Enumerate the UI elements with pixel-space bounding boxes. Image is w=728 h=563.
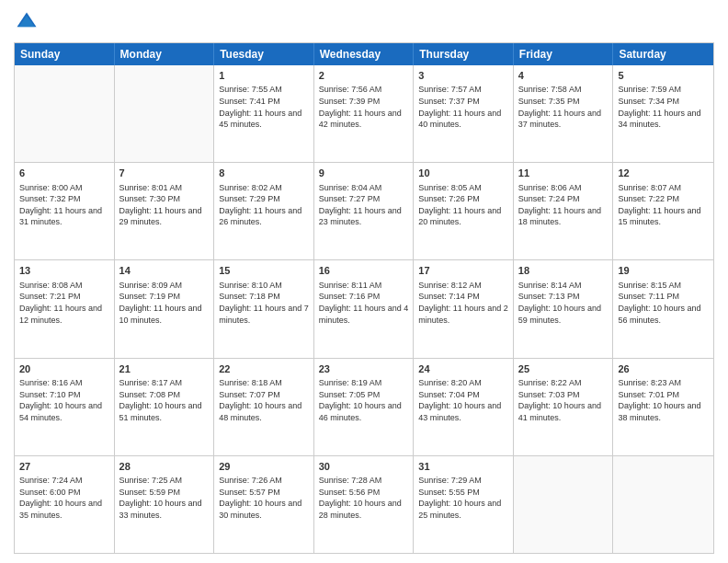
- day-info: Sunrise: 8:10 AM Sunset: 7:18 PM Dayligh…: [219, 280, 309, 326]
- day-info: Sunrise: 8:22 AM Sunset: 7:03 PM Dayligh…: [518, 377, 609, 423]
- day-number: 10: [418, 167, 508, 180]
- calendar-cell: 27Sunrise: 7:24 AM Sunset: 6:00 PM Dayli…: [15, 456, 115, 553]
- day-info: Sunrise: 8:08 AM Sunset: 7:21 PM Dayligh…: [19, 280, 109, 326]
- day-number: 5: [618, 69, 709, 83]
- day-info: Sunrise: 8:14 AM Sunset: 7:13 PM Dayligh…: [518, 280, 609, 326]
- calendar-cell: 26Sunrise: 8:23 AM Sunset: 7:01 PM Dayli…: [613, 359, 713, 455]
- day-info: Sunrise: 7:28 AM Sunset: 5:56 PM Dayligh…: [319, 475, 409, 521]
- day-number: 27: [19, 460, 109, 474]
- calendar-cell: 5Sunrise: 7:59 AM Sunset: 7:34 PM Daylig…: [613, 65, 713, 162]
- day-number: 23: [319, 362, 409, 376]
- calendar: SundayMondayTuesdayWednesdayThursdayFrid…: [14, 42, 714, 554]
- calendar-cell: 17Sunrise: 8:12 AM Sunset: 7:14 PM Dayli…: [414, 260, 514, 357]
- day-number: 28: [119, 460, 210, 474]
- header-day-friday: Friday: [514, 43, 614, 65]
- day-number: 12: [618, 167, 709, 180]
- calendar-cell: 29Sunrise: 7:26 AM Sunset: 5:57 PM Dayli…: [214, 456, 314, 553]
- calendar-cell: 18Sunrise: 8:14 AM Sunset: 7:13 PM Dayli…: [514, 260, 614, 357]
- day-number: 24: [418, 362, 508, 376]
- day-info: Sunrise: 7:29 AM Sunset: 5:55 PM Dayligh…: [418, 475, 508, 521]
- day-info: Sunrise: 8:12 AM Sunset: 7:14 PM Dayligh…: [418, 280, 508, 326]
- logo: [14, 9, 43, 35]
- calendar-cell: [514, 456, 614, 553]
- day-number: 30: [319, 460, 409, 474]
- calendar-cell: 15Sunrise: 8:10 AM Sunset: 7:18 PM Dayli…: [214, 260, 314, 357]
- calendar-cell: 25Sunrise: 8:22 AM Sunset: 7:03 PM Dayli…: [514, 359, 614, 455]
- day-number: 8: [219, 167, 309, 180]
- calendar-body: 1Sunrise: 7:55 AM Sunset: 7:41 PM Daylig…: [15, 65, 713, 553]
- calendar-cell: 1Sunrise: 7:55 AM Sunset: 7:41 PM Daylig…: [214, 65, 314, 162]
- calendar-cell: 21Sunrise: 8:17 AM Sunset: 7:08 PM Dayli…: [115, 359, 215, 455]
- day-info: Sunrise: 7:24 AM Sunset: 6:00 PM Dayligh…: [19, 475, 109, 521]
- calendar-cell: [613, 456, 713, 553]
- day-number: 1: [219, 69, 309, 83]
- day-number: 22: [219, 362, 309, 376]
- day-number: 17: [418, 264, 508, 278]
- day-info: Sunrise: 8:23 AM Sunset: 7:01 PM Dayligh…: [618, 377, 709, 423]
- day-info: Sunrise: 7:25 AM Sunset: 5:59 PM Dayligh…: [119, 475, 210, 521]
- calendar-row-4: 27Sunrise: 7:24 AM Sunset: 6:00 PM Dayli…: [15, 455, 713, 553]
- day-info: Sunrise: 8:18 AM Sunset: 7:07 PM Dayligh…: [219, 377, 309, 423]
- calendar-cell: 28Sunrise: 7:25 AM Sunset: 5:59 PM Dayli…: [115, 456, 215, 553]
- calendar-cell: 12Sunrise: 8:07 AM Sunset: 7:22 PM Dayli…: [613, 163, 713, 259]
- calendar-cell: 20Sunrise: 8:16 AM Sunset: 7:10 PM Dayli…: [15, 359, 115, 455]
- calendar-cell: 3Sunrise: 7:57 AM Sunset: 7:37 PM Daylig…: [414, 65, 514, 162]
- day-number: 11: [518, 167, 609, 180]
- day-number: 20: [19, 362, 109, 376]
- logo-icon: [14, 9, 40, 35]
- calendar-row-1: 6Sunrise: 8:00 AM Sunset: 7:32 PM Daylig…: [15, 162, 713, 259]
- header-day-sunday: Sunday: [15, 43, 115, 65]
- calendar-cell: 2Sunrise: 7:56 AM Sunset: 7:39 PM Daylig…: [314, 65, 415, 162]
- day-number: 14: [119, 264, 210, 278]
- day-info: Sunrise: 8:00 AM Sunset: 7:32 PM Dayligh…: [19, 182, 109, 228]
- day-info: Sunrise: 8:17 AM Sunset: 7:08 PM Dayligh…: [119, 377, 210, 423]
- day-info: Sunrise: 8:16 AM Sunset: 7:10 PM Dayligh…: [19, 377, 109, 423]
- day-info: Sunrise: 8:06 AM Sunset: 7:24 PM Dayligh…: [518, 182, 609, 228]
- day-info: Sunrise: 7:59 AM Sunset: 7:34 PM Dayligh…: [618, 84, 709, 130]
- day-info: Sunrise: 7:55 AM Sunset: 7:41 PM Dayligh…: [219, 84, 309, 130]
- day-number: 19: [618, 264, 709, 278]
- day-number: 16: [319, 264, 409, 278]
- day-info: Sunrise: 8:02 AM Sunset: 7:29 PM Dayligh…: [219, 182, 309, 228]
- day-number: 25: [518, 362, 609, 376]
- day-number: 18: [518, 264, 609, 278]
- calendar-cell: 22Sunrise: 8:18 AM Sunset: 7:07 PM Dayli…: [214, 359, 314, 455]
- day-info: Sunrise: 8:11 AM Sunset: 7:16 PM Dayligh…: [319, 280, 409, 326]
- day-info: Sunrise: 7:57 AM Sunset: 7:37 PM Dayligh…: [418, 84, 508, 130]
- calendar-cell: 11Sunrise: 8:06 AM Sunset: 7:24 PM Dayli…: [514, 163, 614, 259]
- calendar-cell: 6Sunrise: 8:00 AM Sunset: 7:32 PM Daylig…: [15, 163, 115, 259]
- day-info: Sunrise: 8:19 AM Sunset: 7:05 PM Dayligh…: [319, 377, 409, 423]
- header-day-wednesday: Wednesday: [314, 43, 415, 65]
- day-number: 7: [119, 167, 210, 180]
- day-number: 3: [418, 69, 508, 83]
- calendar-cell: 14Sunrise: 8:09 AM Sunset: 7:19 PM Dayli…: [115, 260, 215, 357]
- header-day-monday: Monday: [115, 43, 215, 65]
- header-day-thursday: Thursday: [414, 43, 514, 65]
- calendar-cell: 16Sunrise: 8:11 AM Sunset: 7:16 PM Dayli…: [314, 260, 415, 357]
- calendar-cell: 4Sunrise: 7:58 AM Sunset: 7:35 PM Daylig…: [514, 65, 614, 162]
- calendar-cell: 23Sunrise: 8:19 AM Sunset: 7:05 PM Dayli…: [314, 359, 415, 455]
- day-number: 15: [219, 264, 309, 278]
- day-number: 26: [618, 362, 709, 376]
- calendar-cell: [15, 65, 115, 162]
- calendar-row-2: 13Sunrise: 8:08 AM Sunset: 7:21 PM Dayli…: [15, 259, 713, 357]
- day-info: Sunrise: 8:05 AM Sunset: 7:26 PM Dayligh…: [418, 182, 508, 228]
- day-info: Sunrise: 8:20 AM Sunset: 7:04 PM Dayligh…: [418, 377, 508, 423]
- header: [14, 9, 714, 35]
- day-number: 2: [319, 69, 409, 83]
- calendar-row-3: 20Sunrise: 8:16 AM Sunset: 7:10 PM Dayli…: [15, 358, 713, 455]
- day-number: 31: [418, 460, 508, 474]
- header-day-saturday: Saturday: [613, 43, 713, 65]
- calendar-cell: 10Sunrise: 8:05 AM Sunset: 7:26 PM Dayli…: [414, 163, 514, 259]
- day-info: Sunrise: 7:56 AM Sunset: 7:39 PM Dayligh…: [319, 84, 409, 130]
- day-number: 4: [518, 69, 609, 83]
- header-day-tuesday: Tuesday: [214, 43, 314, 65]
- day-info: Sunrise: 8:15 AM Sunset: 7:11 PM Dayligh…: [618, 280, 709, 326]
- calendar-cell: 19Sunrise: 8:15 AM Sunset: 7:11 PM Dayli…: [613, 260, 713, 357]
- day-number: 21: [119, 362, 210, 376]
- calendar-row-0: 1Sunrise: 7:55 AM Sunset: 7:41 PM Daylig…: [15, 65, 713, 162]
- calendar-cell: 31Sunrise: 7:29 AM Sunset: 5:55 PM Dayli…: [414, 456, 514, 553]
- day-info: Sunrise: 8:04 AM Sunset: 7:27 PM Dayligh…: [319, 182, 409, 228]
- day-info: Sunrise: 7:26 AM Sunset: 5:57 PM Dayligh…: [219, 475, 309, 521]
- calendar-cell: 9Sunrise: 8:04 AM Sunset: 7:27 PM Daylig…: [314, 163, 415, 259]
